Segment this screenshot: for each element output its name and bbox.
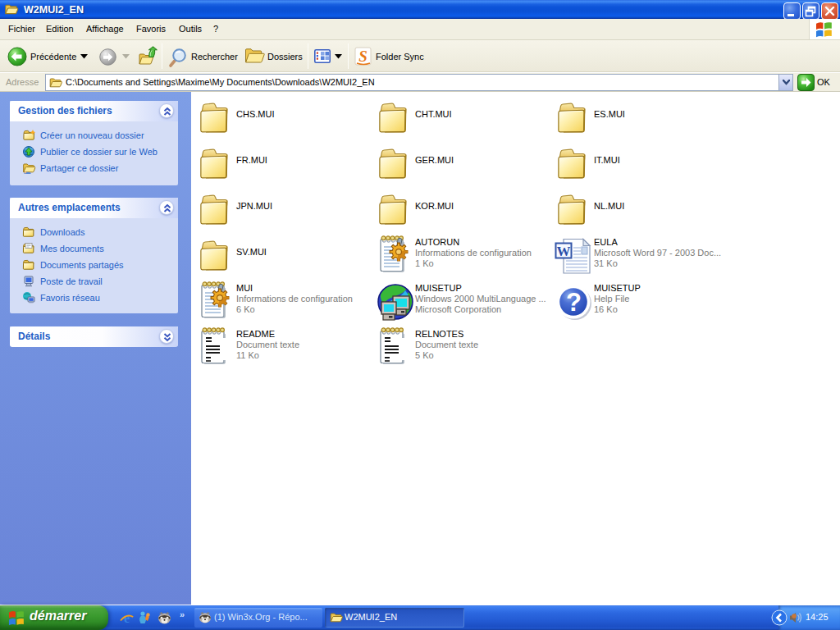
svg-text:S: S [358,48,368,65]
svg-text:e: e [124,611,130,625]
